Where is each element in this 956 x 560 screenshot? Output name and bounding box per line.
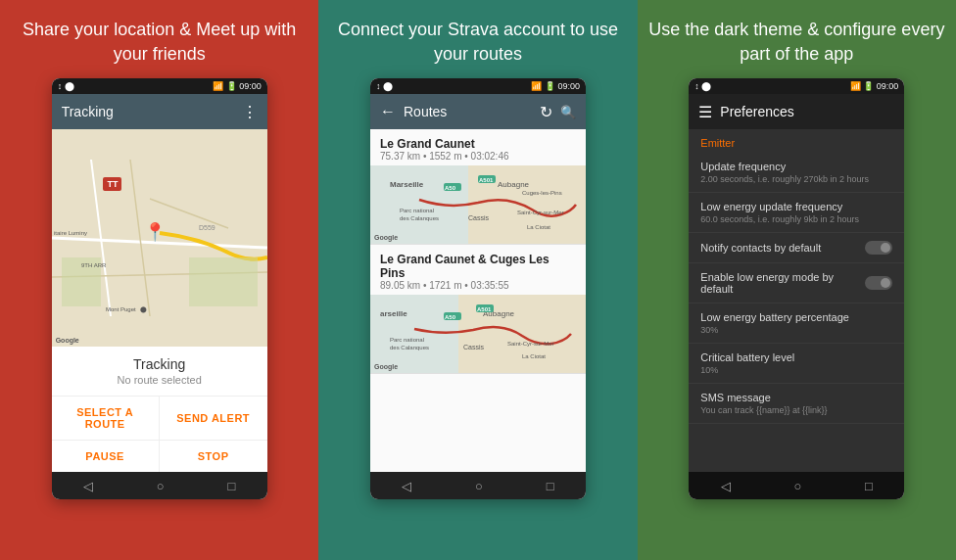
tracking-status-sub: No route selected (62, 374, 258, 386)
pref-battery-percentage[interactable]: Low energy battery percentage 30% (689, 303, 904, 344)
status-left-1: ↕ ⬤ (58, 81, 74, 91)
status-bar-2: ↕ ⬤ 📶 🔋 09:00 (370, 78, 586, 94)
phone-routes: ↕ ⬤ 📶 🔋 09:00 ← Routes ↻ 🔍 Le Grand Caun… (370, 78, 586, 499)
svg-text:Parc national: Parc national (400, 208, 434, 213)
back-nav-icon-2[interactable]: ◁ (402, 479, 411, 493)
app-bar-tracking: Tracking ⋮ (52, 94, 267, 129)
route-item-1[interactable]: Le Grand Caunet 75.37 km • 1552 m • 03:0… (370, 129, 586, 245)
app-bar-title-3: Preferences (720, 104, 793, 119)
route-meta-2: 89.05 km • 1721 m • 03:35:55 (380, 280, 576, 291)
svg-text:D559: D559 (199, 224, 215, 231)
route-meta-1: 75.37 km • 1552 m • 03:02:46 (380, 151, 576, 162)
status-bar-3: ↕ ⬤ 📶 🔋 09:00 (689, 78, 904, 94)
pref-label-sms: SMS message (700, 392, 892, 403)
prefs-list: Emitter Update frequency 2.00 seconds, i… (689, 129, 904, 472)
stop-button[interactable]: STOP (160, 441, 267, 472)
svg-text:⬤: ⬤ (140, 306, 147, 313)
svg-text:Saint-Cyr-sur-Mer: Saint-Cyr-sur-Mer (517, 210, 564, 215)
svg-text:Aubagne: Aubagne (498, 180, 530, 189)
recent-nav-icon-2[interactable]: □ (547, 479, 554, 493)
pref-low-energy-freq[interactable]: Low energy update frequency 60.0 seconds… (689, 193, 904, 233)
route-map-1: Marseille Aubagne A50 A501 Parc national… (370, 165, 586, 244)
toggle-notify-contacts[interactable] (865, 241, 892, 255)
recent-nav-icon-3[interactable]: □ (865, 479, 873, 493)
pref-sms-message[interactable]: SMS message You can track {{name}} at {{… (689, 384, 904, 424)
app-bar-routes: ← Routes ↻ 🔍 (370, 94, 586, 129)
pref-notify-contacts[interactable]: Notify contacts by default (689, 233, 904, 263)
pref-label-update-freq: Update frequency (700, 161, 892, 172)
refresh-icon[interactable]: ↻ (540, 103, 552, 121)
svg-text:9TH ARR: 9TH ARR (81, 262, 107, 268)
status-right-1: 📶 🔋 09:00 (213, 81, 262, 91)
svg-text:A50: A50 (445, 314, 456, 320)
svg-text:Cassis: Cassis (468, 214, 490, 221)
svg-text:Marseille: Marseille (390, 180, 424, 189)
svg-text:des Calanques: des Calanques (390, 345, 429, 350)
pref-critical-battery[interactable]: Critical battery level 10% (689, 344, 904, 384)
home-nav-icon-1[interactable]: ○ (157, 479, 165, 493)
nav-bar-3: ◁ ○ □ (689, 472, 904, 499)
status-right-2: 📶 🔋 09:00 (531, 81, 580, 91)
pref-label-low-energy-mode: Enable low energy mode by default (700, 271, 865, 295)
tt-marker: TT (103, 177, 121, 191)
location-pin: 📍 (144, 221, 166, 243)
tracking-buttons: SELECT A ROUTE SEND ALERT PAUSE STOP (52, 396, 267, 472)
pause-button[interactable]: PAUSE (52, 441, 160, 472)
pref-sub-sms: You can track {{name}} at {{link}} (700, 405, 892, 415)
svg-rect-8 (189, 257, 258, 306)
pref-sub-update-freq: 2.00 seconds, i.e. roughly 270kb in 2 ho… (700, 174, 892, 184)
route-name-2: Le Grand Caunet & Cuges Les Pins (380, 253, 576, 280)
app-bar-title-2: Routes (404, 104, 447, 119)
panel-routes: Connect your Strava account to use your … (318, 0, 637, 560)
svg-text:itaire Luminy: itaire Luminy (54, 230, 87, 236)
panel-preferences: Use the dark theme & configure every par… (638, 0, 956, 560)
tracking-info: Tracking No route selected (52, 347, 267, 396)
svg-text:A501: A501 (477, 306, 492, 312)
svg-text:des Calanques: des Calanques (400, 215, 439, 221)
phone-preferences: ↕ ⬤ 📶 🔋 09:00 ☰ Preferences Emitter Upda… (689, 78, 904, 499)
app-bar-title-1: Tracking (62, 104, 114, 119)
pref-label-notify: Notify contacts by default (700, 242, 821, 254)
send-alert-button[interactable]: SEND ALERT (160, 397, 267, 441)
pref-label-battery-pct: Low energy battery percentage (700, 311, 892, 323)
svg-text:Saint-Cyr-sur-Mer: Saint-Cyr-sur-Mer (507, 341, 554, 347)
status-bar-1: ↕ ⬤ 📶 🔋 09:00 (52, 78, 267, 94)
tracking-status-label: Tracking (62, 356, 258, 372)
panel1-title: Share your location & Meet up with your … (10, 18, 309, 67)
toggle-low-energy-mode[interactable] (865, 276, 892, 290)
route-item-2[interactable]: Le Grand Caunet & Cuges Les Pins 89.05 k… (370, 245, 586, 374)
select-route-button[interactable]: SELECT A ROUTE (52, 397, 160, 441)
route-map-2: arseille Aubagne A50 A501 Parc national … (370, 295, 586, 373)
pref-sub-low-energy-freq: 60.0 seconds, i.e. roughly 9kb in 2 hour… (700, 214, 892, 224)
route-name-1: Le Grand Caunet (380, 137, 576, 151)
svg-text:arseille: arseille (380, 309, 407, 318)
home-nav-icon-2[interactable]: ○ (475, 479, 483, 493)
svg-text:Mont Puget: Mont Puget (106, 306, 136, 312)
status-left-2: ↕ ⬤ (376, 81, 393, 91)
hamburger-icon[interactable]: ☰ (698, 103, 712, 121)
back-nav-icon-1[interactable]: ◁ (83, 479, 93, 493)
map-tracking: D559 itaire Luminy Mont Puget ⬤ 9TH ARR … (52, 129, 267, 347)
pref-sub-critical-batt: 10% (700, 365, 892, 375)
panel3-title: Use the dark theme & configure every par… (647, 18, 946, 67)
pref-update-frequency[interactable]: Update frequency 2.00 seconds, i.e. roug… (689, 153, 904, 193)
panel-tracking: Share your location & Meet up with your … (0, 0, 318, 560)
status-right-3: 📶 🔋 09:00 (850, 81, 899, 91)
svg-text:Cassis: Cassis (463, 344, 485, 350)
recent-nav-icon-1[interactable]: □ (227, 479, 235, 493)
menu-icon-1[interactable]: ⋮ (242, 103, 258, 121)
back-icon-routes[interactable]: ← (380, 103, 396, 120)
nav-bar-1: ◁ ○ □ (52, 472, 267, 499)
google-watermark-r2: Google (374, 363, 398, 370)
search-icon-routes[interactable]: 🔍 (560, 105, 576, 119)
back-nav-icon-3[interactable]: ◁ (721, 479, 731, 493)
status-left-3: ↕ ⬤ (694, 81, 711, 91)
svg-text:Cuges-les-Pins: Cuges-les-Pins (522, 190, 562, 196)
google-watermark: Google (56, 337, 79, 344)
home-nav-icon-3[interactable]: ○ (793, 479, 801, 493)
svg-text:La Ciotat: La Ciotat (522, 353, 546, 359)
routes-list: Le Grand Caunet 75.37 km • 1552 m • 03:0… (370, 129, 586, 472)
svg-text:Parc national: Parc national (390, 337, 424, 343)
phone-tracking: ↕ ⬤ 📶 🔋 09:00 Tracking ⋮ D559 (52, 78, 267, 499)
pref-low-energy-mode[interactable]: Enable low energy mode by default (689, 263, 904, 303)
